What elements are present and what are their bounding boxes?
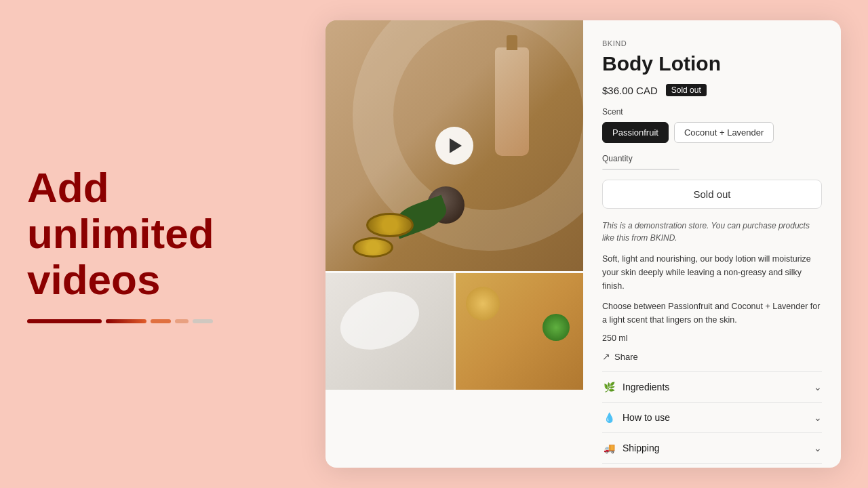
accordion-chevron-1: ⌄: [814, 412, 822, 423]
accordion-label-2: Shipping: [623, 443, 660, 453]
accordion-label-1: How to use: [623, 412, 670, 423]
description-2: Choose between Passionfruit and Coconut …: [602, 300, 822, 327]
scent-passionfruit[interactable]: Passionfruit: [602, 122, 669, 143]
accordion-icon-1: 💧: [602, 411, 616, 424]
headline-line3: videos: [27, 256, 160, 303]
headline-line2: unlimited: [27, 210, 214, 257]
size-text: 250 ml: [602, 333, 822, 343]
accordion-left-1: 💧 How to use: [602, 411, 670, 424]
sold-out-button[interactable]: Sold out: [602, 180, 822, 209]
progress-seg-4: [175, 319, 189, 323]
thumbnail-row: [326, 271, 583, 390]
quantity-decrease[interactable]: −: [603, 169, 627, 170]
progress-seg-5: [193, 319, 213, 323]
product-card: BKIND Body Lotion $36.00 CAD Sold out Sc…: [326, 20, 841, 468]
accordion-icon-0: 🌿: [602, 380, 616, 394]
play-icon: [450, 138, 462, 153]
description-1: Soft, light and nourishing, our body lot…: [602, 252, 822, 293]
headline: Add unlimited videos: [27, 165, 285, 304]
accordion-chevron-2: ⌄: [814, 443, 822, 453]
quantity-label: Quantity: [602, 154, 822, 163]
progress-seg-1: [27, 319, 102, 323]
product-title: Body Lotion: [602, 52, 822, 76]
left-panel: Add unlimited videos: [27, 165, 285, 324]
share-row[interactable]: ↗ Share: [602, 351, 822, 362]
quantity-increase[interactable]: +: [654, 169, 679, 170]
accordion-left-0: 🌿 Ingredients: [602, 380, 669, 394]
demo-text: This is a demonstration store. You can p…: [602, 220, 822, 244]
accordion-item-ingredients[interactable]: 🌿 Ingredients ⌄: [602, 371, 822, 402]
progress-seg-3: [151, 319, 171, 323]
product-bottle: [495, 47, 529, 156]
quantity-row: − 1 +: [602, 169, 679, 170]
thumbnail-lotion[interactable]: [326, 271, 456, 390]
accordion-chevron-0: ⌄: [814, 382, 822, 392]
progress-bar: [27, 319, 285, 323]
scent-label: Scent: [602, 107, 822, 117]
accordion-left-2: 🚚 Shipping: [602, 441, 660, 455]
quantity-value: 1: [627, 169, 654, 170]
headline-line1: Add: [27, 164, 109, 211]
fruit-half-1: [366, 213, 414, 237]
scent-coconut-lavender[interactable]: Coconut + Lavender: [674, 122, 774, 143]
accordion-container: 🌿 Ingredients ⌄ 💧 How to use ⌄ 🚚 Shippin…: [602, 371, 822, 468]
product-price: $36.00 CAD: [602, 85, 658, 96]
fruit-half-2: [353, 237, 393, 258]
share-icon: ↗: [602, 351, 610, 362]
card-info: BKIND Body Lotion $36.00 CAD Sold out Sc…: [583, 20, 841, 468]
accordion-icon-2: 🚚: [602, 441, 616, 455]
accordion-item-shipping[interactable]: 🚚 Shipping ⌄: [602, 432, 822, 463]
card-images: [326, 20, 583, 468]
brand-name: BKIND: [602, 39, 822, 47]
main-product-image: [326, 20, 583, 271]
price-row: $36.00 CAD Sold out: [602, 84, 822, 96]
play-button[interactable]: [435, 127, 473, 165]
scent-options: Passionfruit Coconut + Lavender: [602, 122, 822, 143]
share-label: Share: [614, 352, 638, 362]
accordion-item-return-policy[interactable]: ↩ Return policy ⌄: [602, 463, 822, 468]
accordion-label-0: Ingredients: [623, 382, 669, 392]
sold-out-badge: Sold out: [666, 84, 707, 96]
progress-seg-2: [106, 319, 146, 323]
thumbnail-fruits[interactable]: [456, 271, 584, 390]
accordion-item-how-to-use[interactable]: 💧 How to use ⌄: [602, 402, 822, 432]
